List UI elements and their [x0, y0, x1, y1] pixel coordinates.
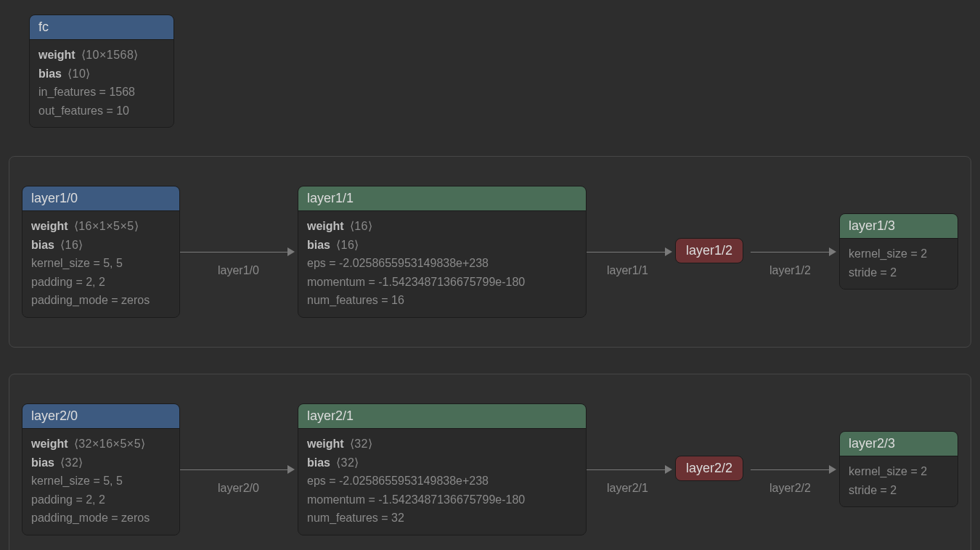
node-layer2-3-body: kernel_size = 2 stride = 2	[840, 456, 957, 506]
l2n1-bias-shape: ⟨32⟩	[336, 456, 359, 469]
edge-label-l2-1-2: layer2/1	[607, 482, 648, 495]
l2n1-bias-label: bias	[307, 456, 330, 469]
arrowhead-icon	[665, 247, 672, 256]
l1n0-kernel: kernel_size = 5, 5	[31, 257, 123, 269]
edge-l2-1-2	[587, 469, 665, 470]
l2n1-momentum: momentum = -1.5423487136675799e-180	[307, 493, 525, 506]
l1n1-bias-shape: ⟨16⟩	[336, 239, 359, 251]
fc-out-features: out_features = 10	[38, 104, 129, 117]
l2n0-weight-label: weight	[31, 438, 68, 450]
fc-weight-label: weight	[38, 49, 75, 61]
node-layer2-3-header: layer2/3	[840, 432, 957, 456]
node-layer1-1-header: layer1/1	[298, 186, 586, 210]
l1n0-padmode: padding_mode = zeros	[31, 294, 150, 306]
node-layer2-0-header: layer2/0	[23, 404, 179, 428]
node-layer1-0-header: layer1/0	[23, 186, 179, 210]
edge-label-l2-0-1: layer2/0	[218, 482, 259, 495]
arrowhead-icon	[287, 247, 295, 256]
l1n0-bias-label: bias	[31, 239, 54, 251]
l2n0-kernel: kernel_size = 5, 5	[31, 475, 123, 487]
node-fc-body: weight⟨10×1568⟩ bias⟨10⟩ in_features = 1…	[30, 39, 173, 127]
arrowhead-icon	[829, 247, 836, 256]
l1n1-bias-label: bias	[307, 239, 330, 251]
l2n0-padmode: padding_mode = zeros	[31, 512, 150, 524]
node-layer1-1-body: weight⟨16⟩ bias⟨16⟩ eps = -2.02586559531…	[298, 210, 586, 317]
node-fc[interactable]: fc weight⟨10×1568⟩ bias⟨10⟩ in_features …	[29, 15, 174, 128]
edge-label-l1-2-3: layer1/2	[769, 264, 811, 277]
edge-l1-0-1	[180, 252, 287, 253]
l2n1-numfeat: num_features = 32	[307, 512, 404, 524]
l1n0-padding: padding = 2, 2	[31, 276, 105, 288]
node-layer2-2[interactable]: layer2/2	[675, 456, 743, 481]
l1n1-numfeat: num_features = 16	[307, 294, 404, 306]
l1n1-momentum: momentum = -1.5423487136675799e-180	[307, 276, 525, 288]
node-layer2-1-header: layer2/1	[298, 404, 586, 428]
l2n1-eps: eps = -2.0258655953149838e+238	[307, 475, 489, 487]
node-layer1-0-body: weight⟨16×1×5×5⟩ bias⟨16⟩ kernel_size = …	[23, 210, 179, 317]
l1n0-weight-shape: ⟨16×1×5×5⟩	[74, 220, 139, 232]
l1n1-eps: eps = -2.0258655953149838e+238	[307, 257, 489, 269]
edge-l2-2-3	[751, 469, 829, 470]
l2n3-kernel: kernel_size = 2	[849, 465, 927, 477]
node-fc-header: fc	[30, 15, 173, 39]
edge-label-l2-2-3: layer2/2	[769, 482, 811, 495]
node-layer1-3-header: layer1/3	[840, 214, 957, 238]
node-layer1-0[interactable]: layer1/0 weight⟨16×1×5×5⟩ bias⟨16⟩ kerne…	[22, 186, 180, 318]
l1n3-stride: stride = 2	[849, 266, 897, 279]
l2n0-bias-shape: ⟨32⟩	[60, 456, 83, 469]
l2n1-weight-shape: ⟨32⟩	[350, 438, 373, 450]
arrowhead-icon	[287, 465, 295, 474]
l1n0-weight-label: weight	[31, 220, 68, 232]
l2n0-bias-label: bias	[31, 456, 54, 469]
edge-l2-0-1	[180, 469, 287, 470]
l1n3-kernel: kernel_size = 2	[849, 247, 927, 260]
edge-label-l1-0-1: layer1/0	[218, 264, 259, 277]
node-layer1-2[interactable]: layer1/2	[675, 238, 743, 263]
l2n3-stride: stride = 2	[849, 484, 897, 496]
diagram-canvas: fc weight⟨10×1568⟩ bias⟨10⟩ in_features …	[0, 0, 980, 550]
node-layer1-1[interactable]: layer1/1 weight⟨16⟩ bias⟨16⟩ eps = -2.02…	[298, 186, 587, 318]
edge-label-l1-1-2: layer1/1	[607, 264, 648, 277]
l2n0-padding: padding = 2, 2	[31, 493, 105, 506]
node-layer2-3[interactable]: layer2/3 kernel_size = 2 stride = 2	[839, 431, 958, 507]
fc-bias-shape: ⟨10⟩	[68, 67, 91, 80]
arrowhead-icon	[829, 465, 836, 474]
edge-l1-1-2	[587, 252, 665, 253]
node-layer1-3[interactable]: layer1/3 kernel_size = 2 stride = 2	[839, 213, 958, 290]
fc-weight-shape: ⟨10×1568⟩	[81, 49, 139, 61]
node-layer2-1-body: weight⟨32⟩ bias⟨32⟩ eps = -2.02586559531…	[298, 428, 586, 535]
node-layer2-0[interactable]: layer2/0 weight⟨32×16×5×5⟩ bias⟨32⟩ kern…	[22, 403, 180, 535]
l1n0-bias-shape: ⟨16⟩	[60, 239, 83, 251]
edge-l1-2-3	[751, 252, 829, 253]
fc-in-features: in_features = 1568	[38, 86, 135, 98]
node-layer1-3-body: kernel_size = 2 stride = 2	[840, 238, 957, 289]
l1n1-weight-shape: ⟨16⟩	[350, 220, 373, 232]
l2n0-weight-shape: ⟨32×16×5×5⟩	[74, 438, 146, 450]
l2n1-weight-label: weight	[307, 438, 344, 450]
arrowhead-icon	[665, 465, 672, 474]
node-layer2-1[interactable]: layer2/1 weight⟨32⟩ bias⟨32⟩ eps = -2.02…	[298, 403, 587, 535]
fc-bias-label: bias	[38, 67, 62, 80]
l1n1-weight-label: weight	[307, 220, 344, 232]
node-layer2-0-body: weight⟨32×16×5×5⟩ bias⟨32⟩ kernel_size =…	[23, 428, 179, 535]
